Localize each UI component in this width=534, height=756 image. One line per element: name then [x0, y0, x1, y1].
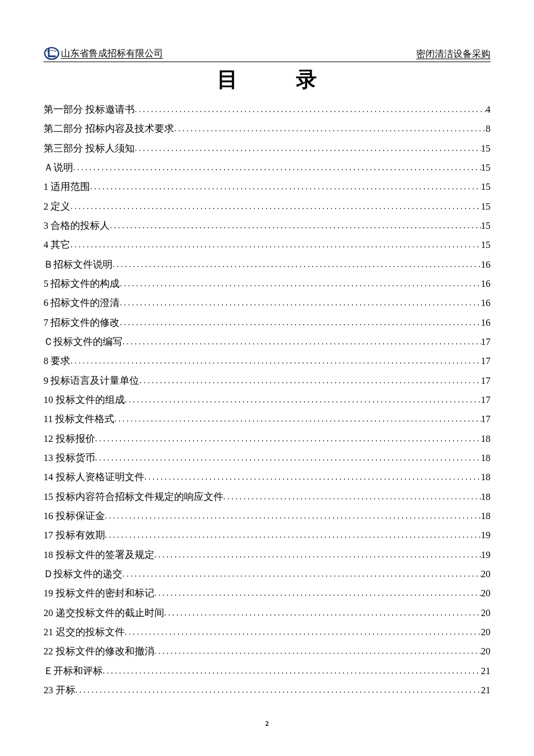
- toc-entry-page: 17: [481, 351, 491, 370]
- toc-leader-dots: [105, 527, 481, 543]
- toc-entry-label: 10 投标文件的组成: [44, 390, 125, 409]
- toc-entry-page: 19: [481, 525, 491, 545]
- toc-entry-page: 17: [481, 371, 491, 390]
- toc-entry-page: 21: [481, 681, 491, 700]
- toc-leader-dots: [73, 160, 481, 176]
- toc-entry-page: 16: [481, 313, 491, 332]
- toc-entry: 第二部分 招标内容及技术要求8: [44, 119, 490, 138]
- toc-entry: 15 投标内容符合招标文件规定的响应文件18: [44, 487, 490, 506]
- toc-entry: 2 定义15: [44, 197, 490, 216]
- toc-leader-dots: [105, 508, 481, 524]
- toc-entry-page: 4: [486, 100, 490, 119]
- toc-leader-dots: [125, 624, 481, 640]
- toc-leader-dots: [145, 469, 481, 485]
- toc-entry-label: Ｂ招标文件说明: [44, 255, 113, 274]
- toc-leader-dots: [103, 663, 481, 679]
- toc-entry: 4 其它15: [44, 235, 490, 254]
- toc-entry: 第三部分 投标人须知15: [44, 139, 490, 158]
- toc-entry: 第一部分 投标邀请书4: [44, 100, 490, 119]
- toc-entry-page: 16: [481, 293, 491, 312]
- toc-leader-dots: [95, 431, 481, 447]
- toc-leader-dots: [223, 489, 481, 505]
- toc-leader-dots: [135, 102, 486, 118]
- toc-leader-dots: [70, 199, 481, 215]
- toc-entry-page: 20: [481, 584, 491, 603]
- toc-entry: 23 开标21: [44, 681, 490, 700]
- toc-leader-dots: [70, 353, 481, 369]
- toc-leader-dots: [174, 121, 486, 137]
- toc-leader-dots: [113, 257, 481, 273]
- toc-entry: 10 投标文件的组成17: [44, 390, 490, 409]
- page-title-row: 目录: [44, 66, 490, 94]
- document-name: 密闭清洁设备采购: [416, 48, 490, 60]
- company-name: 山东省鲁成招标有限公司: [61, 48, 163, 60]
- toc-entry: 20 递交投标文件的截止时间20: [44, 603, 490, 622]
- toc-leader-dots: [120, 315, 481, 331]
- toc-entry: 7 招标文件的修改16: [44, 313, 490, 332]
- toc-entry-page: 21: [481, 661, 491, 681]
- toc-entry: 3 合格的投标人15: [44, 216, 490, 235]
- toc-entry-page: 20: [481, 622, 491, 642]
- toc-leader-dots: [95, 450, 481, 466]
- table-of-contents: 第一部分 投标邀请书4第二部分 招标内容及技术要求8第三部分 投标人须知15Ａ说…: [44, 100, 490, 700]
- toc-entry-page: 15: [481, 235, 491, 254]
- toc-entry: Ｅ开标和评标21: [44, 661, 490, 681]
- toc-entry-label: 第三部分 投标人须知: [44, 139, 135, 158]
- header-left: 山东省鲁成招标有限公司: [44, 46, 163, 60]
- toc-entry-label: 15 投标内容符合招标文件规定的响应文件: [44, 487, 223, 506]
- toc-entry: Ｄ投标文件的递交20: [44, 564, 490, 584]
- toc-entry: 5 招标文件的构成16: [44, 274, 490, 293]
- toc-entry-page: 15: [481, 158, 491, 177]
- toc-leader-dots: [114, 411, 481, 427]
- toc-leader-dots: [75, 682, 481, 699]
- toc-entry-page: 20: [481, 603, 491, 622]
- toc-entry-label: 3 合格的投标人: [44, 216, 110, 235]
- toc-entry-label: 11 投标文件格式: [44, 409, 114, 429]
- toc-entry-label: 19 投标文件的密封和标记: [44, 584, 154, 603]
- toc-entry: 6 招标文件的澄清16: [44, 293, 490, 312]
- toc-leader-dots: [90, 179, 481, 195]
- toc-leader-dots: [154, 643, 481, 660]
- toc-entry-label: 8 要求: [44, 351, 70, 370]
- toc-leader-dots: [125, 392, 481, 408]
- toc-entry: Ｃ投标文件的编写17: [44, 332, 490, 351]
- toc-entry-label: 9 投标语言及计量单位: [44, 371, 139, 390]
- toc-leader-dots: [135, 141, 481, 157]
- svg-point-0: [45, 48, 59, 59]
- toc-entry: 16 投标保证金18: [44, 506, 490, 525]
- toc-entry-page: 18: [481, 487, 491, 506]
- toc-leader-dots: [122, 334, 481, 350]
- toc-entry: 22 投标文件的修改和撤消20: [44, 642, 490, 661]
- toc-entry-page: 15: [481, 139, 491, 158]
- toc-entry-label: 20 递交投标文件的截止时间: [44, 603, 164, 622]
- page-number: 2: [0, 719, 534, 728]
- toc-entry-label: 12 投标报价: [44, 429, 95, 448]
- toc-entry-page: 16: [481, 255, 491, 274]
- toc-entry-label: 17 投标有效期: [44, 525, 105, 545]
- toc-entry-label: Ａ说明: [44, 158, 73, 177]
- toc-entry: Ａ说明15: [44, 158, 490, 177]
- toc-entry-page: 20: [481, 642, 491, 661]
- toc-entry-page: 17: [481, 390, 491, 409]
- toc-leader-dots: [120, 276, 481, 292]
- company-logo-icon: [44, 46, 60, 60]
- toc-entry-page: 18: [481, 467, 491, 487]
- toc-entry: Ｂ招标文件说明16: [44, 255, 490, 274]
- toc-entry-label: 7 招标文件的修改: [44, 313, 120, 332]
- toc-entry: 13 投标货币18: [44, 448, 490, 467]
- toc-entry-page: 8: [486, 119, 490, 138]
- toc-entry: 18 投标文件的签署及规定19: [44, 545, 490, 564]
- toc-leader-dots: [70, 237, 481, 253]
- toc-entry: 1 适用范围15: [44, 177, 490, 196]
- toc-entry-label: 5 招标文件的构成: [44, 274, 120, 293]
- toc-entry-label: 第二部分 招标内容及技术要求: [44, 119, 174, 138]
- page-header: 山东省鲁成招标有限公司 密闭清洁设备采购: [44, 46, 490, 62]
- toc-entry-page: 16: [481, 274, 491, 293]
- toc-entry-page: 17: [481, 332, 491, 351]
- toc-entry-page: 19: [481, 545, 491, 564]
- toc-entry-label: 22 投标文件的修改和撤消: [44, 642, 154, 661]
- toc-entry-page: 15: [481, 197, 491, 216]
- toc-entry-label: 23 开标: [44, 681, 75, 700]
- toc-entry-label: Ｄ投标文件的递交: [44, 564, 122, 584]
- toc-entry-label: 第一部分 投标邀请书: [44, 100, 135, 119]
